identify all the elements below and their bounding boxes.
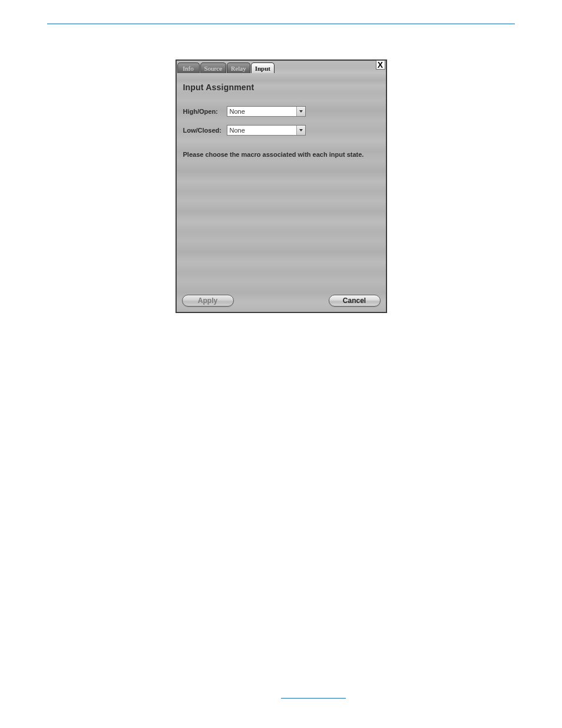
high-open-value: None bbox=[227, 107, 296, 116]
tab-input[interactable]: Input bbox=[251, 62, 275, 73]
chevron-down-icon bbox=[299, 110, 303, 113]
footer-divider bbox=[281, 698, 346, 699]
tab-bar: Info Source Relay Input X bbox=[176, 60, 386, 73]
hint-text: Please choose the macro associated with … bbox=[183, 151, 379, 158]
dialog-body: Input Assignment High/Open: None Low/Clo… bbox=[176, 73, 386, 290]
apply-button[interactable]: Apply bbox=[182, 295, 234, 307]
low-closed-value: None bbox=[227, 126, 296, 135]
chevron-down-icon bbox=[299, 129, 303, 131]
cancel-button[interactable]: Cancel bbox=[329, 295, 381, 307]
high-open-label: High/Open: bbox=[183, 108, 227, 115]
divider-top bbox=[47, 24, 515, 24]
tab-relay[interactable]: Relay bbox=[227, 62, 250, 73]
page: Info Source Relay Input X Input Assignme… bbox=[0, 0, 562, 728]
low-closed-dropdown[interactable]: None bbox=[227, 125, 306, 136]
high-open-dropdown[interactable]: None bbox=[227, 106, 306, 117]
row-high-open: High/Open: None bbox=[183, 106, 379, 117]
tab-info[interactable]: Info bbox=[177, 62, 200, 73]
input-assignment-dialog: Info Source Relay Input X Input Assignme… bbox=[176, 60, 387, 313]
low-closed-dropdown-button[interactable] bbox=[296, 126, 305, 135]
row-low-closed: Low/Closed: None bbox=[183, 125, 379, 136]
section-title: Input Assignment bbox=[183, 83, 379, 92]
low-closed-label: Low/Closed: bbox=[183, 127, 227, 134]
close-button[interactable]: X bbox=[376, 60, 385, 70]
high-open-dropdown-button[interactable] bbox=[296, 107, 305, 116]
button-row: Apply Cancel bbox=[176, 290, 386, 312]
tab-source[interactable]: Source bbox=[200, 62, 227, 73]
